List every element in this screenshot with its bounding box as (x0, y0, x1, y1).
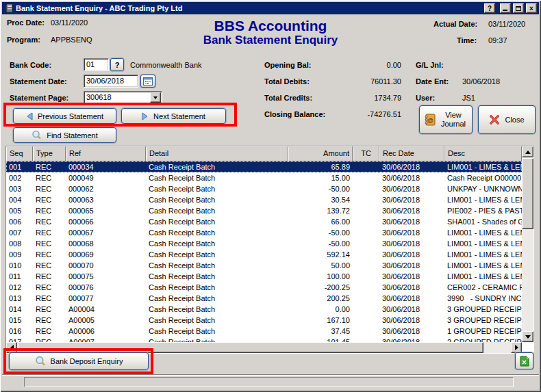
table-row[interactable]: 017RECA00007Cash Receipt Batch101.4530/0… (6, 337, 522, 342)
column-header-rec_date[interactable]: Rec Date (379, 146, 444, 161)
date-ent-value: 30/06/2018 (462, 77, 500, 86)
cell-type: REC (33, 183, 66, 194)
find-statement-button[interactable]: Find Statement (13, 127, 116, 143)
help-window-button[interactable]: ? (484, 3, 495, 13)
actual-date-label: Actual Date: (433, 20, 477, 28)
bank-code-help-button[interactable]: ? (110, 58, 124, 71)
close-window-button[interactable]: × (526, 3, 537, 13)
calendar-button[interactable] (140, 75, 155, 88)
column-header-desc[interactable]: Desc (444, 146, 522, 161)
table-row[interactable]: 008REC000068Cash Receipt Batch-50.0030/0… (6, 238, 522, 249)
blue-left-arrow-icon (26, 112, 33, 120)
vertical-scrollbar[interactable] (522, 146, 533, 342)
cell-amount: -50.00 (288, 238, 353, 249)
excel-export-button[interactable] (515, 352, 533, 369)
titlebar[interactable]: Bank Statement Enquiry - ABC Trading Pty… (2, 2, 539, 14)
cell-rec_date: 30/06/2018 (379, 337, 444, 342)
cell-ref: A00006 (66, 326, 146, 337)
table-row[interactable]: 009REC000069Cash Receipt Batch592.1430/0… (6, 249, 522, 260)
table-row[interactable]: 016RECA00006Cash Receipt Batch37.4530/06… (6, 326, 522, 337)
cell-ref: 000075 (66, 271, 146, 282)
table-row[interactable]: 015RECA00005Cash Receipt Batch167.1030/0… (6, 315, 522, 326)
minimize-button[interactable] (500, 3, 511, 13)
table-row[interactable]: 010REC000070Cash Receipt Batch50.0030/06… (6, 260, 522, 271)
bank-deposit-enquiry-label: Bank Deposit Enquiry (51, 357, 123, 365)
table-row[interactable]: 002REC000049Cash Receipt Batch15.0030/06… (6, 172, 522, 183)
horizontal-scrollbar[interactable] (6, 342, 522, 353)
vertical-scroll-thumb[interactable] (522, 158, 533, 229)
cell-rec_date: 30/06/2018 (379, 227, 444, 238)
cell-tc (353, 216, 379, 227)
cell-amount: -50.00 (288, 227, 353, 238)
column-header-ref[interactable]: Ref (66, 146, 146, 161)
cell-tc (353, 249, 379, 260)
maximize-button[interactable] (513, 3, 524, 13)
table-row[interactable]: 014RECA00004Cash Receipt Batch0.0030/06/… (6, 304, 522, 315)
view-journal-button[interactable]: @ View Journal (419, 105, 473, 134)
table-row[interactable]: 004REC000063Cash Receipt Batch30.5430/06… (6, 194, 522, 205)
table-row[interactable]: 003REC000062Cash Receipt Batch-50.0030/0… (6, 183, 522, 194)
statement-page-combobox[interactable]: 300618 (84, 91, 162, 104)
scroll-up-button[interactable] (522, 146, 533, 157)
column-header-amount[interactable]: Amount (288, 146, 353, 161)
previous-statement-label: Previous Statement (38, 112, 103, 120)
cell-type: REC (33, 282, 66, 293)
table-row[interactable]: 011REC000075Cash Receipt Batch100.0030/0… (6, 271, 522, 282)
horizontal-scroll-thumb[interactable] (18, 342, 483, 353)
cell-seq: 001 (6, 161, 33, 172)
combo-dropdown-button[interactable] (150, 92, 161, 103)
gl-jnl-label: G/L Jnl: (416, 61, 444, 69)
cell-rec_date: 30/06/2018 (379, 216, 444, 227)
table-row[interactable]: 012REC000076Cash Receipt Batch-200.2530/… (6, 282, 522, 293)
column-header-seq[interactable]: Seq (6, 146, 33, 161)
red-x-icon (489, 114, 500, 125)
cell-detail: Cash Receipt Batch (146, 205, 288, 216)
scroll-left-button[interactable] (6, 342, 17, 353)
cell-rec_date: 30/06/2018 (379, 183, 444, 194)
scroll-right-button[interactable] (511, 342, 522, 353)
table-row[interactable]: 005REC000065Cash Receipt Batch139.7230/0… (6, 205, 522, 216)
cell-amount: 66.00 (288, 216, 353, 227)
cell-ref: 000068 (66, 238, 146, 249)
proc-date-label: Proc Date: (7, 18, 45, 27)
table-row[interactable]: 013REC000077Cash Receipt Batch200.2530/0… (6, 293, 522, 304)
cell-tc (353, 293, 379, 304)
cell-tc (353, 337, 379, 342)
close-button[interactable]: Close (478, 105, 536, 134)
bank-code-input[interactable]: 01 (84, 58, 109, 71)
cell-seq: 003 (6, 183, 33, 194)
statement-date-input[interactable]: 30/06/2018 (84, 75, 138, 88)
cell-desc: 3 GROUPED RECEIP (444, 304, 522, 315)
total-credits-value: 1734.79 (329, 94, 401, 102)
cell-tc (353, 194, 379, 205)
cell-tc (353, 282, 379, 293)
cell-seq: 008 (6, 238, 33, 249)
cell-amount: 167.10 (288, 315, 353, 326)
maximize-icon (516, 6, 521, 11)
cell-seq: 011 (6, 271, 33, 282)
cell-tc (353, 227, 379, 238)
cell-rec_date: 30/06/2018 (379, 293, 444, 304)
cell-amount: 65.89 (288, 161, 353, 172)
previous-statement-button[interactable]: Previous Statement (13, 108, 116, 124)
app-ledger-icon (4, 3, 14, 13)
cell-seq: 016 (6, 326, 33, 337)
column-header-tc[interactable]: TC (353, 146, 379, 161)
cell-rec_date: 30/06/2018 (379, 249, 444, 260)
column-header-detail[interactable]: Detail (146, 146, 288, 161)
cell-desc: LIM001 - LIMES & LEM (444, 260, 522, 271)
table-row[interactable]: 006REC000066Cash Receipt Batch66.0030/06… (6, 216, 522, 227)
table-row[interactable]: 001REC000034Cash Receipt Batch65.8930/06… (6, 161, 522, 172)
cell-tc (353, 326, 379, 337)
cell-detail: Cash Receipt Batch (146, 260, 288, 271)
cell-desc: LIM001 - LIMES & LEM (444, 238, 522, 249)
column-header-type[interactable]: Type (33, 146, 66, 161)
scroll-down-button[interactable] (522, 331, 533, 342)
cell-desc: LIM001 - LIMES & LEM (444, 194, 522, 205)
next-statement-button[interactable]: Next Statement (121, 108, 226, 124)
bank-deposit-enquiry-button[interactable]: Bank Deposit Enquiry (9, 352, 149, 370)
cell-seq: 015 (6, 315, 33, 326)
cell-tc (353, 183, 379, 194)
table-row[interactable]: 007REC000067Cash Receipt Batch-50.0030/0… (6, 227, 522, 238)
cell-ref: 000070 (66, 260, 146, 271)
